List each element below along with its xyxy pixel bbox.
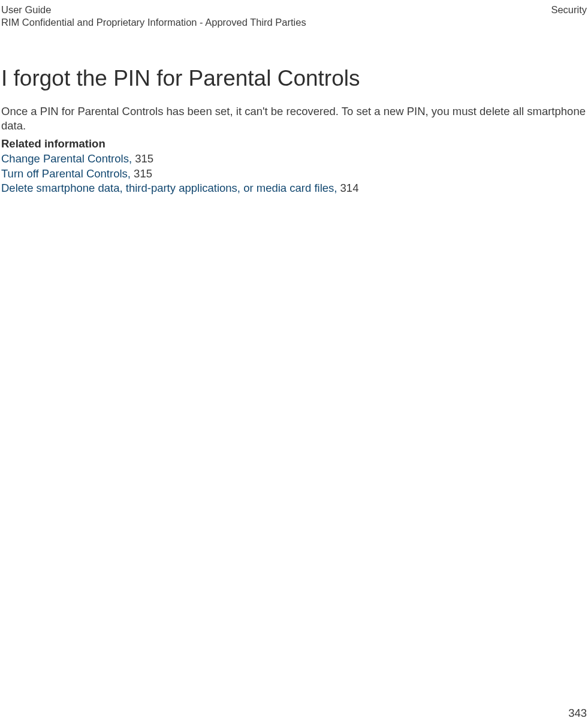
page-number: 343 xyxy=(568,707,587,720)
related-link-item: Turn off Parental Controls, 315 xyxy=(1,167,587,181)
document-page: User Guide RIM Confidential and Propriet… xyxy=(0,0,588,727)
related-information-heading: Related information xyxy=(1,137,587,150)
topic-paragraph: Once a PIN for Parental Controls has bee… xyxy=(1,104,587,132)
header-left-block: User Guide RIM Confidential and Propriet… xyxy=(1,4,306,28)
page-content: I forgot the PIN for Parental Controls O… xyxy=(1,66,587,196)
related-link-page: 315 xyxy=(134,167,152,180)
related-link-page: 315 xyxy=(135,152,153,165)
related-link-item: Change Parental Controls, 315 xyxy=(1,152,587,166)
page-header: User Guide RIM Confidential and Propriet… xyxy=(1,4,587,28)
related-link-change-parental-controls[interactable]: Change Parental Controls, xyxy=(1,152,135,165)
related-link-delete-smartphone-data[interactable]: Delete smartphone data, third-party appl… xyxy=(1,182,340,194)
related-link-turn-off-parental-controls[interactable]: Turn off Parental Controls, xyxy=(1,167,134,180)
related-link-page: 314 xyxy=(340,182,359,194)
related-link-item: Delete smartphone data, third-party appl… xyxy=(1,181,587,195)
topic-title: I forgot the PIN for Parental Controls xyxy=(1,66,587,91)
related-information-list: Change Parental Controls, 315 Turn off P… xyxy=(1,152,587,195)
header-confidentiality: RIM Confidential and Proprietary Informa… xyxy=(1,16,306,29)
header-section-name: Security xyxy=(551,4,587,16)
header-doc-title: User Guide xyxy=(1,4,306,16)
